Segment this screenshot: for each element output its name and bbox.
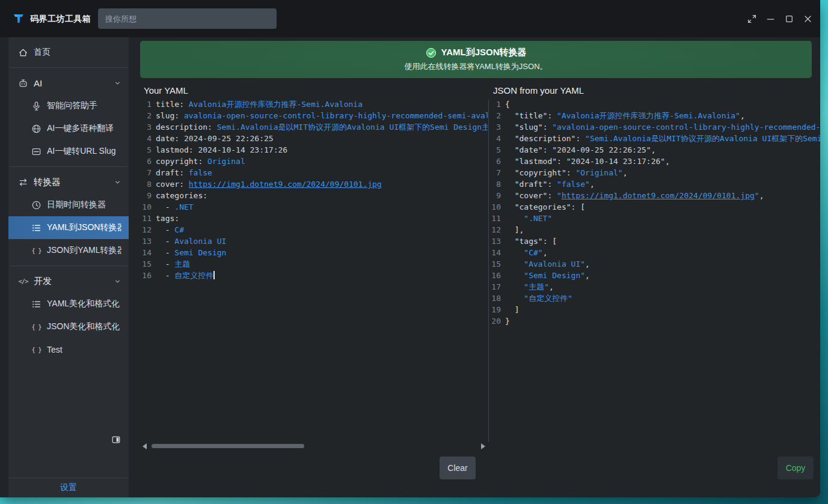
- code-line-text: "categories": [: [505, 201, 820, 213]
- sidebar-item-home[interactable]: 首页: [8, 41, 129, 64]
- code-line: 14 "C#",: [489, 247, 820, 258]
- list-icon: [31, 223, 41, 233]
- code-line-text: "tags": [: [505, 235, 820, 247]
- code-line-text: ".NET": [505, 213, 820, 224]
- code-line-text: "copyright": "Original",: [505, 167, 820, 178]
- titlebar: 码界工坊工具箱: [0, 0, 820, 37]
- code-token: "Semi.Avalonia是以MIT协议开源的Avalonia UI框架下的S…: [585, 134, 820, 143]
- code-line-text: title: Avalonia开源控件库强力推荐-Semi.Avalonia: [156, 99, 488, 110]
- yaml-input-editor[interactable]: 1title: Avalonia开源控件库强力推荐-Semi.Avalonia2…: [140, 99, 488, 442]
- code-line: 6 "lastmod": "2024-10-14 23:17:26",: [489, 156, 820, 167]
- code-line-text: ]: [505, 304, 820, 315]
- code-token: "title": [515, 111, 548, 120]
- code-token: Avalonia开源控件库强力推荐-Semi.Avalonia: [184, 100, 363, 109]
- copy-button[interactable]: Copy: [777, 457, 814, 479]
- code-line-text: description: Semi.Avalonia是以MIT协议开源的Aval…: [156, 121, 488, 133]
- sidebar-group-converters[interactable]: 转换器: [8, 171, 129, 193]
- sidebar-item-yaml-format[interactable]: YAML美化和格式化: [8, 293, 129, 315]
- line-number: 8: [489, 178, 501, 190]
- code-token: "Avalonia开源控件库强力推荐-Semi.Avalonia": [557, 111, 740, 120]
- code-line-text: "C#",: [505, 247, 820, 258]
- sidebar-collapse-icon[interactable]: [111, 435, 121, 445]
- line-number: 1: [140, 99, 152, 110]
- window-controls: [747, 0, 818, 37]
- code-line-text: "draft": "false",: [505, 178, 820, 190]
- code-token: [184, 180, 189, 189]
- url-link[interactable]: https://img1.dotnet9.com/2024/09/0101.jp…: [562, 191, 755, 200]
- line-number: 10: [489, 201, 501, 213]
- sidebar-item-test[interactable]: { }Test: [8, 338, 129, 361]
- code-line-text: {: [505, 99, 820, 110]
- sidebar-item-json-to-yaml[interactable]: { }JSON到YAML转换器: [8, 239, 129, 262]
- code-token: "Original": [575, 168, 622, 177]
- scrollbar-track[interactable]: [152, 443, 476, 449]
- code-token: [505, 123, 515, 132]
- code-token: ],: [505, 225, 524, 234]
- line-number: 4: [140, 133, 152, 144]
- sidebar-item-label: 日期时间转换器: [47, 199, 106, 210]
- code-token: date:: [156, 134, 179, 143]
- code-token: -: [156, 271, 174, 280]
- search-input[interactable]: [98, 8, 277, 29]
- sidebar-group-label: AI: [34, 78, 42, 88]
- sidebar-item-yaml-to-json[interactable]: YAML到JSON转换器: [8, 216, 129, 239]
- sidebar-item-label: AI一键转URL Slug: [47, 146, 116, 157]
- code-line-text: "主题",: [505, 281, 820, 293]
- code-token: [505, 134, 515, 143]
- line-number: 5: [140, 144, 152, 156]
- code-token: ".NET": [524, 214, 552, 223]
- url-link[interactable]: https://img1.dotnet9.com/2024/09/0101.jp…: [189, 180, 382, 189]
- code-token: :: [543, 123, 553, 132]
- sidebar-item-ai-url-slug[interactable]: AI一键转URL Slug: [8, 140, 129, 163]
- braces-icon: { }: [31, 246, 41, 256]
- code-token: "Avalonia UI": [524, 260, 585, 269]
- clear-button[interactable]: Clear: [440, 457, 476, 479]
- code-token: "2024-10-14 23:17:26": [566, 157, 665, 166]
- json-output-view[interactable]: 1{2 "title": "Avalonia开源控件库强力推荐-Semi.Ava…: [489, 99, 820, 451]
- settings-link[interactable]: 设置: [8, 478, 129, 497]
- code-line-text: "cover": "https://img1.dotnet9.com/2024/…: [505, 190, 820, 201]
- scroll-right-icon[interactable]: [481, 443, 485, 449]
- code-token: ,: [585, 271, 590, 280]
- line-number: 2: [489, 110, 501, 121]
- code-line-text: - 自定义控件: [156, 270, 488, 281]
- sidebar-item-json-format[interactable]: { }JSON美化和格式化: [8, 315, 129, 338]
- maximize-button[interactable]: [785, 11, 799, 26]
- actions-bar: Clear Copy: [129, 457, 820, 479]
- code-line: 19 ]: [489, 304, 820, 315]
- sidebar-group-label: 开发: [34, 276, 52, 287]
- sidebar-group-ai[interactable]: AI: [8, 71, 129, 94]
- sidebar-group-dev[interactable]: </>开发: [8, 270, 129, 293]
- code-token: :: [547, 180, 557, 189]
- scrollbar-thumb[interactable]: [152, 444, 304, 448]
- braces-icon: { }: [31, 345, 41, 355]
- sidebar-item-ai-translate[interactable]: AI一键多语种翻译: [8, 117, 129, 140]
- sidebar-item-label: AI一键多语种翻译: [47, 123, 114, 134]
- line-number: 19: [489, 304, 501, 315]
- code-line: 11tags:: [140, 213, 488, 224]
- line-number: 10: [140, 201, 152, 213]
- code-token: -: [156, 237, 174, 246]
- code-token: ,: [590, 180, 595, 189]
- scroll-left-icon[interactable]: [143, 443, 147, 449]
- code-token: "Semi Design": [524, 271, 585, 280]
- code-line-text: - Avalonia UI: [156, 235, 488, 247]
- code-token: title:: [156, 100, 184, 109]
- code-token: "slug": [515, 123, 543, 132]
- sidebar-item-datetime-converter[interactable]: 日期时间转换器: [8, 193, 129, 216]
- sidebar-item-qa-assistant[interactable]: 智能问答助手: [8, 94, 129, 117]
- code-token: -: [156, 225, 174, 234]
- sidebar-item-label: 首页: [34, 47, 51, 58]
- line-number: 13: [140, 235, 152, 247]
- sidebar-divider: [10, 166, 127, 167]
- sidebar: 首页AI智能问答助手AI一键多语种翻译AI一键转URL Slug转换器日期时间转…: [8, 37, 129, 497]
- line-number: 14: [489, 247, 501, 258]
- code-line: 18 "自定义控件": [489, 293, 820, 304]
- fullscreen-button[interactable]: [747, 11, 762, 26]
- line-number: 16: [489, 270, 501, 281]
- minimize-button[interactable]: [766, 11, 780, 26]
- robot-icon: [18, 78, 28, 88]
- code-token: "description": [515, 134, 576, 143]
- close-button[interactable]: [803, 11, 818, 26]
- code-token: ,: [543, 248, 548, 257]
